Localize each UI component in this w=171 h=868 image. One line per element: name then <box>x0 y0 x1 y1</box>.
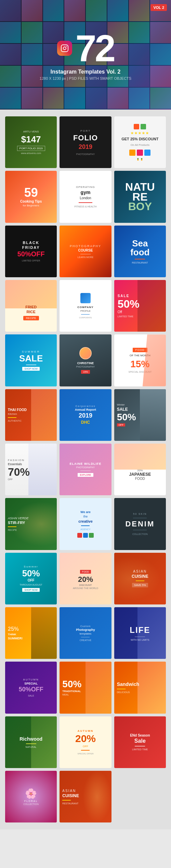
template-seafood[interactable]: Seafood RESTAURANT <box>114 226 166 277</box>
template-32[interactable]: Sandwich DELICIOUS <box>114 662 166 713</box>
instagram-icon <box>57 41 72 56</box>
template-28[interactable]: Custom Photography templates CREATIVE <box>60 607 111 659</box>
template-5[interactable]: OPERATING gym London FITNESS & HEALTH <box>60 171 111 222</box>
template-20[interactable]: 20% JAPANESE FOOD <box>114 444 166 495</box>
template-14[interactable]: FOOD OF THE MONTH 15% SPECIAL DISCOUNT <box>114 334 166 386</box>
template-19[interactable]: ELAINE WILDLIFE PHOTOGRAPHY EXPLORE <box>60 444 111 495</box>
vol-badge: VOL 2 <box>150 4 167 11</box>
template-grid: ARTU VENS $147 PORT FOLIO 2019 www.artuv… <box>5 116 166 822</box>
hero-section: VOL 2 72 Instagram Templates Vol. 2 1280… <box>0 0 171 110</box>
svg-rect-0 <box>61 45 68 52</box>
template-36[interactable]: ASIAN CUISINE RESTAURANT <box>60 771 111 822</box>
template-30[interactable]: AUTUMN SPECIAL 50%OFF SALE <box>5 662 57 713</box>
template-9[interactable]: FRIED RICE RECIPE <box>5 280 57 332</box>
template-26[interactable]: ASIAN CUISINE SAVE 5% <box>114 553 166 604</box>
template-6[interactable]: NATUREBOY <box>114 171 166 222</box>
template-7[interactable]: BLACK FRIDAY 50%OFF LIMITED OFFER <box>5 226 57 277</box>
template-27[interactable]: 25% THINK SUMMER! <box>5 607 57 659</box>
template-4[interactable]: 59 Cooking Tips for Beginners <box>5 171 57 222</box>
template-31[interactable]: 50% TRADITIONAL MEAL <box>60 662 111 713</box>
template-34[interactable]: AUTUMN 20% OFF SPECIAL OFFER <box>60 716 111 768</box>
hero-subtitle: 1280 X 1230 px | PSD FILES WITH SMART OB… <box>40 76 131 80</box>
template-12[interactable]: SUMMER SALE SHOP NOW <box>5 334 57 386</box>
template-2[interactable]: PORT FOLIO 2019 PHOTOGRAPHY <box>60 116 111 168</box>
template-grid-section: ARTU VENS $147 PORT FOLIO 2019 www.artuv… <box>0 110 171 829</box>
template-1[interactable]: ARTU VENS $147 PORT FOLIO 2019 www.artuv… <box>5 116 57 168</box>
instagram-row: 72 <box>57 29 114 67</box>
template-end-season[interactable]: ENd Season Sale LIMITED TIME <box>114 716 166 768</box>
template-22[interactable]: We are the creative AGENCY <box>60 498 111 550</box>
template-15[interactable]: THAI FOOD Kitchen AUTHENTIC <box>5 389 57 441</box>
template-25[interactable]: FOOD 20% DISCOUNT AROUND THE WORLD <box>60 553 111 604</box>
template-23[interactable]: 50 SKIN DENIM COLLECTION <box>114 498 166 550</box>
template-17[interactable]: Winter SALE 50% OFF <box>114 389 166 441</box>
template-29[interactable]: LIFE WITH NO LIMITS <box>114 607 166 659</box>
svg-point-1 <box>63 47 66 50</box>
hero-title: Instagram Templates Vol. 2 <box>51 69 121 75</box>
template-35[interactable]: 🌸 FLORAL COLLECTION <box>5 771 57 822</box>
template-21[interactable]: ASIAN VERDE STIR-FRY RECIPE <box>5 498 57 550</box>
template-33[interactable]: Richwood NATURAL <box>5 716 57 768</box>
hero-number: 72 <box>76 29 114 67</box>
template-16[interactable]: Corporation Annual Report 2019 DHC <box>60 389 111 441</box>
template-18[interactable]: FASHION Essentials 70% OFF <box>5 444 57 495</box>
template-13[interactable]: CHRISTINE PHOTOGRAPHY 15% <box>60 334 111 386</box>
template-10[interactable]: COMPANY PROFILE CORPORATE <box>60 280 111 332</box>
template-8[interactable]: PHOTOGRAPHY COURSE LEARN MORE <box>60 226 111 277</box>
template-24[interactable]: Summer 50% OFF THROUGH AUGUST SHOP NOW <box>5 553 57 604</box>
hero-content: 72 Instagram Templates Vol. 2 1280 X 123… <box>40 29 131 80</box>
template-3[interactable]: ⭐⭐⭐⭐⭐ GET 25% DISCOUNT On All Products 🍍… <box>114 116 166 168</box>
template-11[interactable]: SALE 50% Off LIMITED TIME <box>114 280 166 332</box>
svg-point-2 <box>66 46 67 47</box>
